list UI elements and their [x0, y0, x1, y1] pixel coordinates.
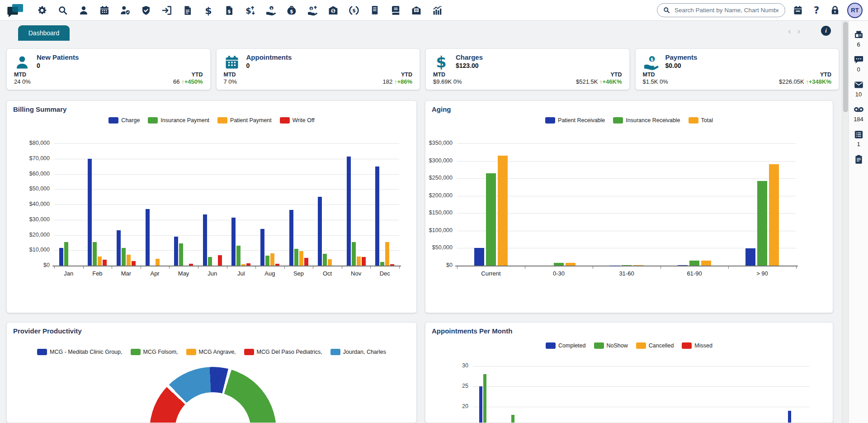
billing-summary-bar-charge-jun — [203, 214, 207, 266]
payments-icon: $ — [643, 54, 659, 71]
aging-bar-patient-receivable-current — [474, 248, 484, 266]
payment-exchange-icon[interactable]: $ — [244, 5, 256, 16]
search-icon[interactable] — [57, 5, 69, 16]
billing-summary-bar-charge-nov — [347, 157, 351, 266]
scheduler-icon[interactable] — [99, 5, 110, 16]
kpi-mtd-value: $1.5K 0% — [643, 78, 668, 85]
kpi-bottom: MTD7 0%YTD182 ↑+86% — [224, 71, 413, 85]
billing-summary-bar-insurance-payment-jul — [236, 246, 241, 266]
clipboard-sidebar-item[interactable] — [854, 154, 864, 165]
fax-sidebar-item[interactable]: 6 — [854, 30, 864, 48]
calendar-icon[interactable] — [793, 5, 803, 16]
receipt-icon[interactable] — [369, 5, 381, 16]
top-toolbar: $$$$$$$$ ? RT — [0, 0, 868, 21]
y-axis-tick-label: $60,000 — [7, 171, 50, 177]
charges-icon[interactable]: $ — [203, 5, 214, 16]
vertical-scrollbar[interactable] — [842, 21, 849, 423]
x-axis-tick — [796, 266, 797, 269]
gridline — [473, 407, 810, 407]
insurance-icon[interactable] — [140, 5, 152, 16]
ledger-icon[interactable] — [390, 5, 401, 16]
billing-summary-bar-write-off-nov — [362, 257, 366, 266]
billing-summary-bar-write-off-may — [189, 264, 193, 266]
tasks-icon — [854, 129, 864, 140]
appointments-per-month-bar-noshow-feb — [511, 415, 514, 423]
legend-jourdan-charles[interactable]: Jourdan, Charles — [330, 349, 386, 355]
x-axis-tick — [54, 266, 55, 269]
billing-summary-bar-insurance-payment-jan — [64, 242, 68, 266]
statement-icon[interactable]: $ — [327, 5, 339, 16]
legend-mcg-folsom-[interactable]: MCG Folsom, — [131, 349, 178, 355]
app-logo-icon[interactable] — [6, 3, 24, 18]
y-axis-tick-label: $70,000 — [7, 155, 50, 162]
superbill-icon[interactable] — [182, 5, 193, 16]
financial-aid-icon[interactable]: $ — [348, 5, 360, 16]
lock-icon[interactable] — [830, 5, 840, 16]
info-icon[interactable]: i — [821, 26, 831, 36]
collections-icon[interactable]: $ — [286, 5, 297, 16]
billing-summary-bar-charge-dec — [375, 166, 379, 266]
voicemail-sidebar-item[interactable]: 184 — [854, 105, 864, 123]
y-axis-tick-label: $150,000 — [425, 209, 453, 216]
reports-icon[interactable] — [431, 5, 443, 16]
kpi-ytd-label: YTD — [576, 71, 622, 78]
legend-mcg-meditab-clinic-group-[interactable]: MCG - Meditab Clinic Group, — [37, 349, 122, 355]
y-axis-tick-label: $80,000 — [7, 140, 50, 146]
billing-summary-card: Billing Summary ChargeInsurance PaymentP… — [6, 100, 417, 313]
mail-sidebar-item[interactable]: 10 — [854, 80, 864, 98]
x-axis-category-label: Jul — [227, 270, 256, 277]
appointments-per-month-bar-completed-dec — [788, 411, 791, 423]
gridline — [457, 161, 796, 162]
provider-productivity-donut — [150, 367, 276, 423]
billing-summary-bar-charge-feb — [88, 159, 92, 266]
claims-icon[interactable]: $ — [223, 5, 235, 16]
mail-statement-icon[interactable] — [410, 5, 422, 16]
billing-summary-bar-write-off-mar — [132, 261, 136, 266]
kpi-bottom: MTD$1.5K 0%YTD$226.05K ↑+348K% — [643, 71, 832, 85]
x-axis-tick — [399, 266, 400, 269]
x-axis-tick — [169, 266, 170, 269]
gridline — [457, 231, 796, 231]
y-axis-tick-label: $200,000 — [425, 192, 453, 199]
sidebar-badge-count: 184 — [854, 116, 863, 123]
settings-icon[interactable] — [36, 5, 48, 16]
sidebar-badge-count: 0 — [857, 66, 860, 73]
billing-summary-bar-write-off-feb — [103, 260, 107, 266]
kpi-bottom: MTD24 0%YTD66 ↑+450% — [14, 71, 203, 85]
kpi-title: Appointments — [246, 53, 292, 61]
x-axis-category-label: Jun — [198, 270, 227, 277]
referral-icon[interactable] — [161, 5, 173, 16]
tab-scroll-right-icon[interactable]: › — [797, 27, 800, 35]
tab-dashboard[interactable]: Dashboard — [18, 25, 70, 41]
sidebar-badge-count: 10 — [855, 91, 862, 98]
search-input[interactable] — [674, 6, 779, 14]
charges-icon: $ — [433, 54, 449, 71]
payment-receive-icon[interactable]: $ — [265, 5, 277, 16]
payment-plan-icon[interactable]: $ — [307, 5, 318, 16]
x-axis-category-label: 61-90 — [660, 270, 728, 277]
chat-sidebar-item[interactable]: 0 — [854, 55, 864, 73]
x-axis-category-label: Oct — [313, 270, 342, 277]
kpi-mtd-value: 7 0% — [224, 78, 237, 85]
tab-scroll-left-icon[interactable]: ‹ — [788, 27, 791, 35]
tasks-sidebar-item[interactable]: 1 — [854, 129, 864, 147]
gridline — [54, 143, 399, 144]
billing-summary-bar-patient-payment-mar — [127, 255, 131, 266]
billing-summary-bar-patient-payment-apr — [156, 259, 160, 266]
x-axis-category-label: 31-60 — [593, 270, 660, 277]
guarantor-icon[interactable] — [119, 5, 131, 16]
scrollbar-thumb[interactable] — [843, 22, 848, 112]
aging-bar-insurance-receivable->-90 — [757, 181, 767, 266]
help-icon[interactable]: ? — [811, 5, 822, 16]
y-axis-tick-label: $100,000 — [425, 227, 453, 233]
billing-summary-bar-patient-payment-nov — [357, 257, 361, 266]
legend-swatch-icon — [330, 349, 340, 355]
kpi-card-appointments: Appointments0MTD7 0%YTD182 ↑+86% — [216, 48, 420, 90]
legend-mcg-angrave-[interactable]: MCG Angrave, — [186, 349, 236, 355]
kpi-title: New Patients — [37, 53, 79, 61]
patients-icon[interactable] — [78, 5, 90, 16]
user-avatar[interactable]: RT — [847, 3, 863, 18]
legend-mcg-del-paso-pediatrics-[interactable]: MCG Del Paso Pediatrics, — [244, 349, 322, 355]
kpi-card-new-patients: New Patients0MTD24 0%YTD66 ↑+450% — [6, 48, 211, 90]
aging-bar-insurance-receivable-61-90 — [689, 261, 699, 266]
